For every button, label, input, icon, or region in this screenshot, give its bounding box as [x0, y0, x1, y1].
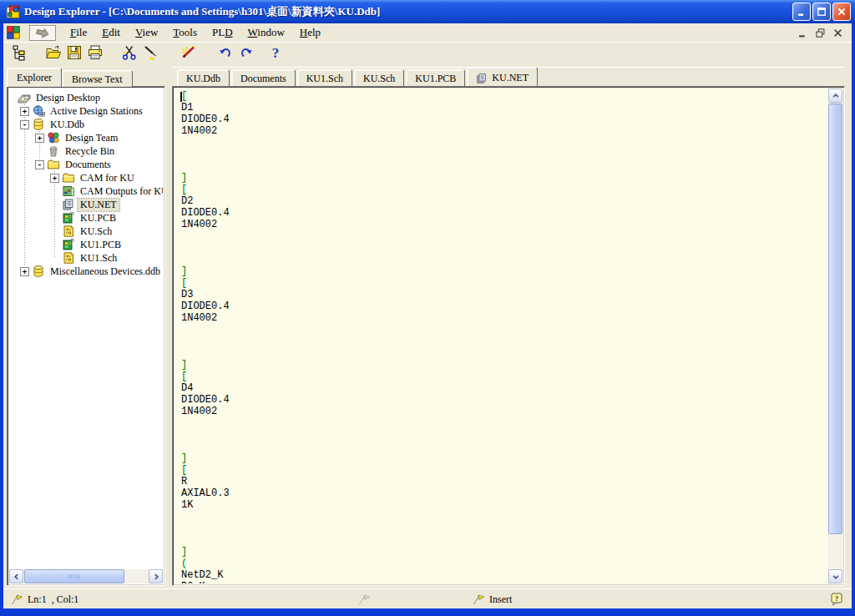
undo-icon	[217, 44, 234, 64]
wand-button[interactable]	[177, 44, 198, 65]
tree-item-ku1-pcb[interactable]: KU1.PCB	[9, 238, 163, 251]
document-tab-label: KU.Sch	[363, 73, 395, 84]
tree-item-label: KU1.Sch	[78, 252, 119, 265]
mdi-restore-button[interactable]	[813, 27, 827, 39]
tree-indent	[50, 254, 60, 263]
tab-explorer[interactable]: Explorer	[7, 68, 62, 87]
help-button[interactable]: ?	[265, 44, 286, 65]
editor-line: ]	[181, 359, 828, 371]
save-button[interactable]	[63, 44, 84, 65]
menu-pld[interactable]: PLD	[205, 24, 240, 41]
tree-item-cam-for-ku[interactable]: +CAM for KU	[9, 171, 163, 184]
tab-browse-text[interactable]: Browse Text	[62, 70, 133, 87]
menu-help[interactable]: Help	[292, 24, 328, 41]
editor-line	[181, 347, 828, 359]
tree-item-ku1-sch[interactable]: KU1.Sch	[9, 251, 163, 265]
tree-item-label: KU.PCB	[78, 212, 119, 225]
tree-item-ku-pcb[interactable]: KU.PCB	[9, 211, 163, 225]
tree-item-active-design-stations[interactable]: +Active Design Stations	[9, 104, 163, 118]
window-border	[0, 23, 3, 616]
text-editor[interactable]: [D1DIODE0.41N4002 ][D2DIODE0.41N4002 ][D…	[175, 88, 828, 583]
brush-icon	[142, 44, 159, 64]
tree-expander-minus[interactable]: -	[35, 160, 44, 169]
document-tab-label: KU1.Sch	[306, 73, 343, 84]
folder-icon	[62, 171, 75, 184]
scroll-up-button[interactable]	[828, 88, 842, 103]
document-tab-documents[interactable]: Documents	[231, 69, 296, 86]
menu-edit[interactable]: Edit	[94, 24, 128, 41]
tree-item-ku-sch[interactable]: KU.Sch	[9, 225, 163, 238]
editor-line: ]	[181, 265, 828, 277]
tree[interactable]: Design Desktop+Active Design Stations-KU…	[9, 88, 163, 569]
text-caret	[180, 92, 182, 102]
print-button[interactable]	[84, 44, 105, 65]
scroll-left-button[interactable]	[9, 569, 23, 583]
tree-expander-minus[interactable]: -	[20, 120, 29, 129]
editor-line: 1N4002	[181, 125, 828, 137]
net-document-icon	[476, 73, 488, 84]
svg-text:?: ?	[835, 594, 839, 603]
tree-item-ku-ddb[interactable]: -KU.Ddb	[9, 118, 163, 131]
undo-button[interactable]	[215, 44, 235, 65]
editor-line	[181, 137, 828, 149]
tree-expander-plus[interactable]: +	[20, 107, 29, 116]
editor-line: D3	[181, 289, 828, 300]
document-arrow-button[interactable]	[29, 25, 56, 41]
tree-item-recycle-bin[interactable]: Recycle Bin	[9, 144, 163, 158]
scrollbar-thumb[interactable]	[24, 569, 124, 583]
sch-icon	[62, 251, 75, 265]
svg-text:?: ?	[271, 45, 279, 61]
document-tab-ku1-sch[interactable]: KU1.Sch	[297, 69, 352, 86]
menu-view[interactable]: View	[128, 24, 165, 41]
tree-expander-plus[interactable]: +	[50, 174, 59, 183]
tree-item-design-desktop[interactable]: Design Desktop	[9, 91, 163, 104]
editor-line: (	[181, 558, 828, 569]
tree-item-cam-outputs-for-ku[interactable]: CAM Outputs for KU	[9, 184, 163, 198]
status-bar: Ln:1 , Col:1 Insert ?	[3, 588, 852, 608]
close-button[interactable]	[832, 3, 851, 21]
mdi-minimize-button[interactable]	[796, 27, 810, 39]
document-tab-ku-sch[interactable]: KU.Sch	[354, 69, 404, 86]
scroll-right-button[interactable]	[149, 569, 163, 583]
menu-file[interactable]: File	[63, 24, 94, 41]
tree-item-documents[interactable]: -Documents	[9, 158, 163, 171]
cut-button[interactable]	[119, 44, 139, 65]
sch-icon	[62, 225, 75, 238]
tree-expander-plus[interactable]: +	[20, 267, 29, 276]
stations-icon	[32, 104, 45, 118]
redo-button[interactable]	[235, 44, 256, 65]
menu-window[interactable]: Window	[240, 24, 292, 41]
tree-item-label: CAM for KU	[78, 172, 137, 184]
tree-item-miscellaneous-devices-ddb[interactable]: +Miscellaneous Devices.ddb	[9, 265, 163, 278]
floppy-icon	[66, 44, 83, 64]
editor-line	[181, 160, 828, 172]
document-tab-ku-net[interactable]: KU.NET	[467, 67, 538, 86]
toolbar: ?	[3, 42, 852, 66]
document-tab-ku-ddb[interactable]: KU.Ddb	[177, 69, 230, 86]
status-insert-mode: Insert	[489, 593, 512, 606]
tree-item-label: Design Desktop	[33, 92, 103, 104]
tree-expander-plus[interactable]: +	[35, 134, 44, 143]
window-border	[0, 608, 855, 616]
editor-line: D4	[181, 382, 828, 394]
design-manager-button[interactable]	[8, 44, 29, 65]
vertical-scrollbar[interactable]	[828, 88, 842, 583]
menu-tools[interactable]: Tools	[165, 24, 205, 41]
horizontal-scrollbar[interactable]	[9, 569, 163, 583]
recycle-icon	[47, 144, 60, 158]
editor-line	[181, 429, 828, 441]
tree-item-label: Active Design Stations	[48, 105, 145, 118]
document-tab-ku1-pcb[interactable]: KU1.PCB	[406, 69, 465, 86]
paste-button[interactable]	[139, 44, 160, 65]
tree-item-design-team[interactable]: +Design Team	[9, 131, 163, 144]
open-button[interactable]	[43, 44, 63, 65]
scrollbar-thumb[interactable]	[828, 104, 842, 534]
window-title: Design Explorer - [C:\Documents and Sett…	[24, 4, 792, 19]
tree-indent	[50, 200, 60, 210]
minimize-button[interactable]	[792, 3, 811, 21]
mdi-close-button[interactable]	[831, 27, 845, 39]
maximize-button[interactable]	[812, 3, 831, 21]
question-mark-icon: ?	[267, 44, 284, 64]
tree-item-ku-net[interactable]: KU.NET	[9, 198, 163, 211]
scroll-down-button[interactable]	[828, 569, 842, 583]
